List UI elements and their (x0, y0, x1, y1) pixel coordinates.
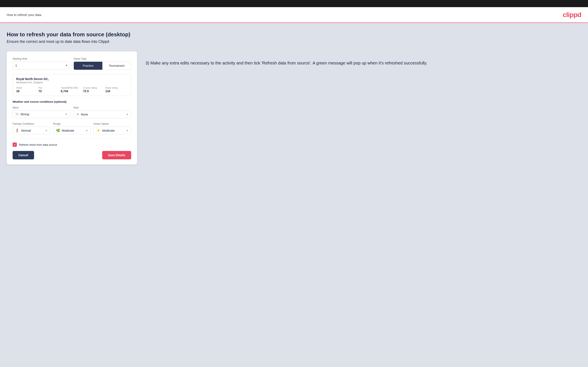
fairway-field: Fairway Conditions 🏌 Normal ▼ (13, 122, 50, 134)
course-stats: Holes 18 Par 72 Yards/White (M)) 6,744 C… (16, 86, 128, 93)
starting-hole-field: Starting Hole 1 ▼ (13, 57, 70, 70)
game-type-label: Game Type (74, 57, 131, 60)
page-title: How to refresh your data from source (de… (7, 31, 581, 38)
green-speed-select[interactable]: ⚡ Moderate ▼ (94, 127, 131, 134)
rough-select[interactable]: 🌿 Moderate ▼ (53, 127, 91, 134)
rain-label: Rain (74, 106, 131, 109)
course-name: Royal North Devon GC, (16, 77, 128, 81)
fairway-arrow: ▼ (45, 129, 48, 132)
divider (13, 139, 131, 139)
green-speed-icon: ⚡ (96, 128, 101, 133)
wind-icon: 🌬 (15, 112, 19, 116)
slope-rating-value: 134 (105, 89, 128, 93)
course-rating-label: Course rating (83, 86, 105, 89)
weather-row-2: Fairway Conditions 🏌 Normal ▼ Rough 🌿 Mo… (13, 122, 131, 134)
course-rating-value: 72.5 (83, 89, 105, 93)
stat-holes: Holes 18 (16, 86, 38, 93)
starting-hole-select[interactable]: 1 (13, 61, 70, 69)
game-type-field: Game Type Practice Tournament (74, 57, 131, 70)
stat-slope-rating: Slope rating 134 (105, 86, 128, 93)
weather-row-1: Wind 🌬 Strong ▼ Rain ☀ None ▼ (13, 106, 131, 118)
wind-field: Wind 🌬 Strong ▼ (13, 106, 70, 118)
content-area: Starting Hole 1 ▼ Game Type Practice Tou… (7, 51, 581, 164)
fairway-select[interactable]: 🏌 Normal ▼ (13, 127, 50, 134)
yards-label: Yards/White (M)) (61, 86, 83, 89)
par-label: Par (38, 86, 61, 89)
top-nav-bar (0, 0, 588, 7)
cancel-button[interactable]: Cancel (13, 151, 34, 159)
green-speed-label: Green Speed (94, 122, 131, 125)
form-actions: Cancel Save Details (13, 151, 131, 159)
rain-select[interactable]: ☀ None ▼ (74, 110, 131, 118)
refresh-checkbox-label: Refresh shots from data source (19, 143, 57, 146)
rough-arrow: ▼ (86, 129, 88, 132)
holes-label: Holes (16, 86, 38, 89)
green-speed-arrow: ▼ (126, 129, 129, 132)
refresh-checkbox[interactable]: ✓ (13, 142, 17, 147)
par-value: 72 (38, 89, 61, 93)
starting-hole-label: Starting Hole (13, 57, 70, 60)
weather-section-heading: Weather and course conditions (optional) (13, 100, 131, 103)
wind-select[interactable]: 🌬 Strong ▼ (13, 110, 70, 118)
description-text: 3) Make any extra edits necessary to the… (146, 60, 581, 66)
rough-icon: 🌿 (56, 128, 60, 133)
stat-par: Par 72 (38, 86, 61, 93)
tournament-button[interactable]: Tournament (102, 62, 131, 70)
course-location: Westward Ho!, England (16, 81, 128, 84)
rough-label: Rough (53, 122, 91, 125)
rain-icon: ☀ (76, 112, 79, 116)
stat-course-rating: Course rating 72.5 (83, 86, 105, 93)
page-subtitle: Ensure the correct and most up to date d… (7, 40, 581, 44)
rough-value: Moderate (62, 129, 84, 132)
rain-value: None (81, 113, 124, 116)
practice-button[interactable]: Practice (74, 62, 102, 70)
form-card: Starting Hole 1 ▼ Game Type Practice Tou… (7, 51, 137, 164)
refresh-checkbox-row: ✓ Refresh shots from data source (13, 142, 131, 147)
course-info-box: Royal North Devon GC, Westward Ho!, Engl… (13, 74, 131, 96)
green-speed-value: Moderate (102, 129, 124, 132)
save-button[interactable]: Save Details (102, 151, 131, 159)
logo: clippd (563, 11, 581, 19)
holes-value: 18 (16, 89, 38, 93)
game-type-buttons: Practice Tournament (74, 61, 131, 70)
wind-arrow: ▼ (65, 113, 68, 116)
yards-value: 6,744 (61, 89, 83, 93)
wind-value: Strong (20, 113, 63, 116)
slope-rating-label: Slope rating (105, 86, 128, 89)
rain-field: Rain ☀ None ▼ (74, 106, 131, 118)
header: How to refresh your data clippd (0, 7, 588, 23)
wind-label: Wind (13, 106, 70, 109)
fairway-value: Normal (21, 129, 43, 132)
starting-hole-select-wrapper: 1 ▼ (13, 61, 70, 69)
rough-field: Rough 🌿 Moderate ▼ (53, 122, 91, 134)
header-title: How to refresh your data (7, 13, 41, 17)
description-panel: 3) Make any extra edits necessary to the… (146, 51, 581, 66)
check-icon: ✓ (14, 143, 16, 146)
stat-yards: Yards/White (M)) 6,744 (61, 86, 83, 93)
main-content: How to refresh your data from source (de… (0, 23, 588, 367)
fairway-label: Fairway Conditions (13, 122, 50, 125)
rain-arrow: ▼ (126, 113, 129, 116)
green-speed-field: Green Speed ⚡ Moderate ▼ (94, 122, 131, 134)
fairway-icon: 🏌 (15, 128, 19, 133)
top-fields-row: Starting Hole 1 ▼ Game Type Practice Tou… (13, 57, 131, 70)
